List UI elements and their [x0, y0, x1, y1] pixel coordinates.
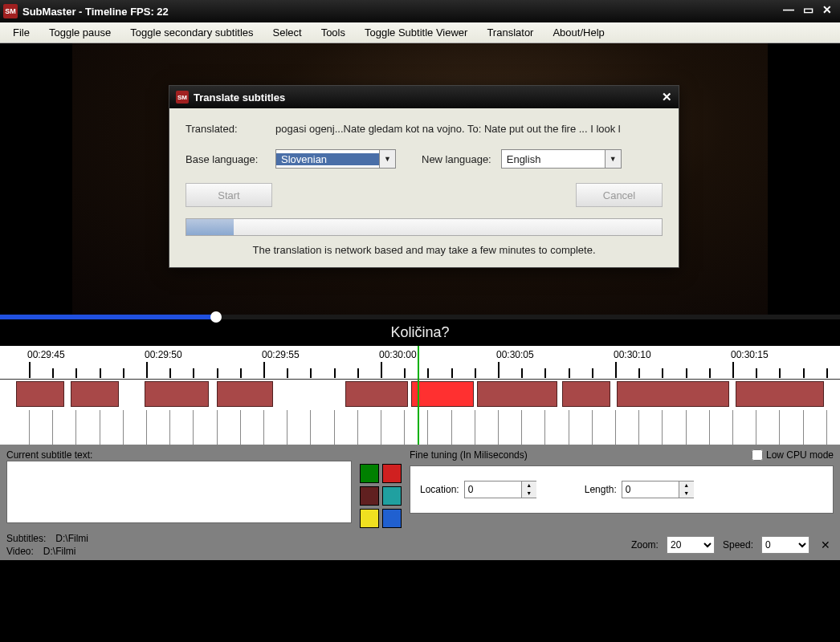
subtitle-block[interactable] — [217, 381, 273, 407]
dialog-icon: SM — [176, 91, 189, 104]
location-label: Location: — [420, 484, 459, 495]
location-spinner[interactable]: ▲▼ — [464, 481, 536, 498]
timeline-grid — [0, 410, 840, 445]
fine-tuning-label: Fine tuning (In Miliseconds) — [410, 449, 528, 461]
dialog-close-icon[interactable]: ✕ — [662, 90, 672, 104]
subtitle-block[interactable] — [16, 381, 64, 407]
panel-close-icon[interactable]: ✕ — [818, 538, 834, 551]
subtitles-path-value: D:\Filmi — [55, 533, 88, 544]
color-palette — [360, 464, 402, 528]
color-swatch[interactable] — [382, 509, 402, 528]
window-titlebar: SM SubMaster - Timeline FPS: 22 — ▭ ✕ — [0, 0, 840, 22]
timeline-ruler: 00:29:4500:29:5000:29:5500:30:0000:30:05… — [0, 346, 840, 380]
color-swatch[interactable] — [360, 486, 379, 506]
subtitle-block[interactable] — [345, 381, 408, 407]
length-spinner[interactable]: ▲▼ — [622, 481, 694, 498]
subtitle-block[interactable] — [736, 381, 824, 407]
video-progress-track[interactable] — [0, 315, 840, 319]
app-icon: SM — [3, 4, 18, 18]
new-lang-select[interactable]: English ▼ — [501, 149, 622, 169]
subtitle-line-1: Količina? — [0, 323, 840, 342]
zoom-label: Zoom: — [631, 539, 659, 551]
chevron-down-icon[interactable]: ▼ — [605, 150, 621, 168]
speed-select[interactable]: 0 — [761, 536, 809, 554]
close-button[interactable]: ✕ — [818, 4, 837, 18]
speed-label: Speed: — [723, 539, 753, 551]
translate-note: The translation is network based and may… — [186, 244, 663, 256]
menu-bar: File Toggle pause Toggle secondary subti… — [0, 22, 840, 43]
menu-select[interactable]: Select — [263, 23, 312, 42]
location-input[interactable] — [465, 482, 521, 498]
timeline-playhead[interactable] — [418, 346, 419, 445]
subtitle-block[interactable] — [477, 381, 557, 407]
zoom-select[interactable]: 20 — [667, 536, 715, 554]
low-cpu-checkbox[interactable] — [752, 449, 763, 461]
menu-translator[interactable]: Translator — [477, 23, 543, 42]
low-cpu-checkbox-wrap[interactable]: Low CPU mode — [752, 449, 834, 461]
new-lang-value: English — [502, 153, 605, 165]
timeline-tick-label: 00:30:00 — [379, 349, 417, 360]
timeline-tick-label: 00:29:45 — [27, 349, 65, 360]
length-label: Length: — [585, 484, 617, 495]
timeline-tick-label: 00:29:55 — [262, 349, 300, 360]
current-subtitle-input[interactable] — [6, 461, 352, 523]
start-button[interactable]: Start — [186, 183, 272, 207]
low-cpu-label: Low CPU mode — [766, 449, 834, 461]
subtitle-block[interactable] — [617, 381, 729, 407]
subtitle-block[interactable] — [411, 381, 474, 407]
base-lang-select[interactable]: Slovenian ▼ — [275, 149, 396, 169]
color-swatch[interactable] — [382, 464, 402, 483]
length-down[interactable]: ▼ — [679, 490, 694, 498]
base-lang-label: Base language: — [186, 153, 266, 165]
length-up[interactable]: ▲ — [679, 482, 694, 490]
subtitle-block[interactable] — [71, 381, 119, 407]
video-progress-fill — [0, 315, 214, 319]
minimize-button[interactable]: — — [779, 4, 798, 18]
timeline-blocks[interactable] — [0, 380, 840, 410]
subtitle-block[interactable] — [562, 381, 610, 407]
translate-progress-bar — [186, 218, 663, 236]
translated-value: pogasi ogenj...Nate gledam kot na vojno.… — [275, 123, 663, 135]
video-path-label: Video: — [6, 546, 34, 557]
dialog-title-text: Translate subtitles — [194, 91, 285, 104]
menu-file[interactable]: File — [3, 23, 39, 42]
menu-toggle-secondary[interactable]: Toggle secondary subtitles — [120, 23, 263, 42]
video-path-value: D:\Filmi — [43, 546, 76, 557]
translate-dialog: SM Translate subtitles ✕ Translated: pog… — [169, 85, 679, 268]
subtitles-path-label: Subtitles: — [6, 533, 46, 544]
chevron-down-icon[interactable]: ▼ — [379, 150, 395, 168]
menu-about[interactable]: About/Help — [543, 23, 614, 42]
subtitle-block[interactable] — [145, 381, 209, 407]
base-lang-value: Slovenian — [276, 153, 379, 165]
location-down[interactable]: ▼ — [522, 490, 536, 498]
timeline[interactable]: 00:29:4500:29:5000:29:5500:30:0000:30:05… — [0, 345, 840, 445]
subtitle-overlay: Količina? Standardna, 10 na 4. — [0, 323, 840, 345]
cancel-button[interactable]: Cancel — [576, 183, 663, 207]
length-input[interactable] — [622, 482, 679, 498]
menu-subtitle-viewer[interactable]: Toggle Subtitle Viewer — [355, 23, 477, 42]
translated-label: Translated: — [186, 123, 266, 135]
menu-tools[interactable]: Tools — [312, 23, 355, 42]
dialog-titlebar[interactable]: SM Translate subtitles ✕ — [169, 86, 679, 108]
color-swatch[interactable] — [360, 509, 379, 528]
color-swatch[interactable] — [360, 464, 379, 483]
current-subtitle-label: Current subtitle text: — [6, 449, 352, 461]
menu-toggle-pause[interactable]: Toggle pause — [39, 23, 120, 42]
color-swatch[interactable] — [382, 486, 402, 506]
timeline-tick-label: 00:30:10 — [614, 349, 651, 360]
location-up[interactable]: ▲ — [522, 482, 536, 490]
window-title: SubMaster - Timeline FPS: 22 — [22, 6, 169, 18]
timeline-tick-label: 00:30:05 — [496, 349, 534, 360]
maximize-button[interactable]: ▭ — [798, 4, 818, 18]
timeline-tick-label: 00:30:15 — [731, 349, 769, 360]
bottom-panel: Current subtitle text: Fine tuning (In M… — [0, 445, 840, 560]
timeline-tick-label: 00:29:50 — [145, 349, 182, 360]
translate-progress-fill — [186, 219, 234, 235]
new-lang-label: New language: — [422, 153, 491, 165]
video-progress-thumb[interactable] — [210, 311, 222, 323]
